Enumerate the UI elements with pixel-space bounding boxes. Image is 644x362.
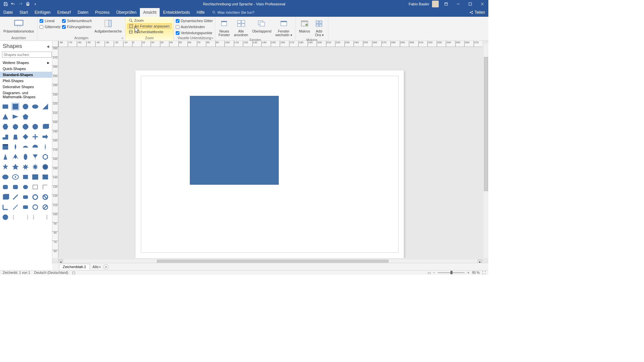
tell-me-search[interactable]: Was möchten Sie tun?	[212, 8, 254, 17]
shape-master[interactable]	[11, 123, 19, 131]
shapes-search-input[interactable]	[2, 52, 52, 58]
shape-master[interactable]	[1, 103, 9, 111]
stencil-item[interactable]: Pfeil-Shapes	[0, 78, 52, 84]
shape-master[interactable]	[31, 163, 39, 171]
shape-master[interactable]	[11, 173, 19, 181]
shape-master[interactable]	[41, 103, 49, 111]
macro-recorder-icon[interactable]: ▢	[72, 271, 75, 275]
shape-master[interactable]	[21, 213, 30, 221]
shape-master[interactable]	[21, 153, 30, 161]
shape-master[interactable]	[1, 213, 9, 221]
all-pages-button[interactable]: Alle▴	[93, 265, 101, 269]
undo-icon[interactable]	[10, 1, 16, 7]
shape-master[interactable]	[11, 103, 19, 111]
shape-master[interactable]	[1, 163, 9, 171]
fit-page-icon[interactable]: ⛶	[482, 271, 486, 275]
menu-tab-prozess[interactable]: Prozess	[92, 8, 113, 17]
maximize-icon[interactable]	[466, 0, 475, 8]
shape-master[interactable]	[31, 153, 39, 161]
save-icon[interactable]	[3, 1, 9, 7]
shape-master[interactable]	[31, 213, 39, 221]
shape-master[interactable]	[31, 173, 39, 181]
checkbox-dynamisches-gitter[interactable]: Dynamisches Gitter	[176, 19, 213, 23]
shape-master[interactable]	[41, 213, 49, 221]
shape-master[interactable]	[1, 123, 9, 131]
shape-master[interactable]	[41, 203, 49, 211]
menu-tab-datei[interactable]: Datei	[0, 8, 16, 17]
shape-master[interactable]	[31, 143, 39, 151]
menu-tab-start[interactable]: Start	[16, 8, 31, 17]
shape-master[interactable]	[21, 123, 30, 131]
stencil-item[interactable]: Quick-Shapes	[0, 66, 52, 72]
qat-dropdown-icon[interactable]: ▾	[32, 1, 38, 7]
shape-master[interactable]	[41, 183, 49, 191]
shape-master[interactable]	[11, 133, 19, 141]
print-icon[interactable]	[25, 1, 31, 7]
shape-master[interactable]	[1, 203, 9, 211]
shape-master[interactable]	[11, 143, 19, 151]
shape-master[interactable]	[21, 103, 30, 111]
shape-master[interactable]	[21, 113, 30, 121]
makros-button[interactable]: Makros	[298, 17, 312, 34]
menu-tab-entwurf[interactable]: Entwurf	[54, 8, 74, 17]
shape-master[interactable]	[41, 133, 49, 141]
shape-master[interactable]	[21, 203, 30, 211]
shape-master[interactable]	[1, 143, 9, 151]
checkbox-verbindungspunkte[interactable]: Verbindungspunkte	[176, 31, 213, 35]
checkbox-lineal[interactable]: Lineal	[40, 19, 61, 23]
shape-master[interactable]	[31, 203, 39, 211]
stencil-item[interactable]: Diagramm- und Mathematik-Shapes	[0, 90, 52, 100]
shape-master[interactable]	[41, 163, 49, 171]
zoom-button[interactable]: Zoom	[127, 18, 171, 23]
menu-tab-daten[interactable]: Daten	[74, 8, 92, 17]
vertical-scrollbar[interactable]	[484, 44, 488, 258]
user-avatar[interactable]	[432, 1, 439, 7]
ribbon-display-icon[interactable]	[441, 0, 451, 8]
shape-master[interactable]	[1, 133, 9, 141]
shape-master[interactable]	[21, 163, 30, 171]
view-wide-icon[interactable]: ▭	[428, 271, 431, 275]
stencil-item[interactable]: Dekorative Shapes	[0, 84, 52, 90]
shape-master[interactable]	[21, 173, 30, 181]
checkbox-autoverbinden[interactable]: AutoVerbinden	[176, 25, 213, 29]
menu-tab-ansicht[interactable]: Ansicht	[140, 8, 160, 17]
zoom-out-button[interactable]: −	[433, 271, 435, 275]
shape-master[interactable]	[41, 143, 49, 151]
shape-master[interactable]	[41, 173, 49, 181]
shape-master[interactable]	[21, 183, 30, 191]
shape-master[interactable]	[31, 133, 39, 141]
shape-master[interactable]	[21, 143, 30, 151]
language-status[interactable]: Deutsch (Deutschland)	[34, 271, 68, 275]
shape-master[interactable]	[31, 113, 39, 121]
shape-master[interactable]	[31, 193, 39, 201]
zoom-slider[interactable]	[438, 272, 465, 273]
drawing-page[interactable]	[136, 70, 404, 258]
addons-button[interactable]: Add- Ons ▾	[313, 17, 326, 38]
aufgabenbereiche-button[interactable]: Aufgabenbereiche	[93, 17, 123, 34]
shape-master[interactable]	[1, 113, 9, 121]
shape-master[interactable]	[11, 213, 19, 221]
minimize-icon[interactable]	[453, 0, 463, 8]
shape-master[interactable]	[41, 113, 49, 121]
checkbox-seitenumbruch[interactable]: Seitenumbruch	[62, 19, 92, 23]
close-icon[interactable]	[478, 0, 487, 8]
shape-master[interactable]	[41, 123, 49, 131]
fenster-wechseln-button[interactable]: Fenster wechseln ▾	[274, 17, 293, 38]
presentation-mode-button[interactable]: Präsentationsmodus	[2, 17, 35, 34]
fit-window-button[interactable]: An Fenster anpassen	[127, 23, 171, 29]
shape-master[interactable]	[41, 153, 49, 161]
canvas-viewport[interactable]	[58, 47, 482, 258]
shape-master[interactable]	[1, 193, 9, 201]
shape-master[interactable]	[21, 133, 30, 141]
shape-master[interactable]	[31, 123, 39, 131]
alle-anordnen-button[interactable]: Alle anordnen	[233, 17, 250, 38]
ueberlappend-button[interactable]: Überlappend	[251, 17, 273, 34]
shape-master[interactable]	[1, 173, 9, 181]
share-button[interactable]: Teilen	[475, 10, 485, 15]
shape-master[interactable]	[1, 183, 9, 191]
stencil-item[interactable]: Weitere Shapes ▶	[0, 60, 52, 66]
menu-tab-entwicklertools[interactable]: Entwicklertools	[160, 8, 193, 17]
blue-rectangle-shape[interactable]	[190, 96, 279, 185]
shape-master[interactable]	[31, 183, 39, 191]
shape-master[interactable]	[11, 193, 19, 201]
